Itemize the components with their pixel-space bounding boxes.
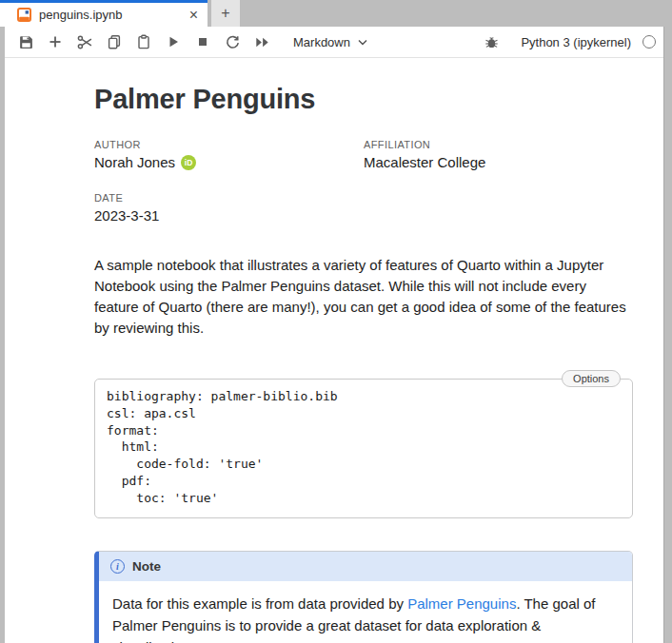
orcid-icon[interactable]: iD (181, 155, 196, 170)
tab-penguins-notebook[interactable]: penguins.ipynb × (0, 0, 208, 27)
affiliation-value: Macalester College (364, 154, 485, 170)
notebook-file-icon (17, 8, 31, 22)
palmer-penguins-link[interactable]: Palmer Penguins (407, 595, 516, 612)
date-label: DATE (94, 192, 364, 204)
yaml-code: bibliography: palmer-biblio.bib csl: apa… (107, 388, 621, 507)
notebook-panel: Markdown Python 3 (ipykernel) Palmer Pen… (5, 27, 664, 643)
info-icon: i (110, 559, 125, 574)
paste-cells-button[interactable] (132, 30, 155, 53)
run-cell-button[interactable] (162, 30, 185, 53)
affiliation-label: AFFILIATION (364, 139, 485, 150)
add-cell-button[interactable] (44, 30, 67, 53)
chevron-down-icon (358, 39, 367, 46)
notebook-toolbar: Markdown Python 3 (ipykernel) (5, 27, 663, 58)
notebook-document[interactable]: Palmer Penguins AUTHOR Norah Jones iD AF… (5, 58, 663, 643)
restart-run-all-icon[interactable] (250, 30, 273, 53)
kernel-name[interactable]: Python 3 (ipykernel) (521, 35, 631, 49)
bug-icon[interactable] (480, 30, 503, 53)
cell-type-dropdown[interactable]: Markdown (293, 35, 367, 49)
restart-kernel-button[interactable] (221, 30, 244, 53)
date-value: 2023-3-31 (94, 207, 364, 224)
options-button[interactable]: Options (562, 370, 621, 387)
article-metadata: AUTHOR Norah Jones iD AFFILIATION Macale… (94, 139, 633, 224)
intro-paragraph: A sample notebook that illustrates a var… (94, 255, 633, 339)
stop-kernel-button[interactable] (191, 30, 214, 53)
note-callout-header[interactable]: i Note (99, 552, 632, 581)
author-label: AUTHOR (94, 139, 364, 150)
author-value: Norah Jones (94, 154, 175, 170)
note-text-pre: Data for this example is from data provi… (112, 595, 407, 612)
tab-title: penguins.ipynb (39, 8, 184, 22)
cut-cells-button[interactable] (73, 30, 96, 53)
new-tab-button[interactable]: + (211, 0, 240, 27)
kernel-status-icon[interactable] (642, 35, 656, 49)
note-callout-body: Data for this example is from data provi… (99, 581, 632, 643)
note-callout: i Note Data for this example is from dat… (94, 551, 633, 643)
cell-type-value: Markdown (293, 35, 350, 49)
copy-cells-button[interactable] (103, 30, 126, 53)
page-title: Palmer Penguins (94, 84, 633, 115)
tab-bar: penguins.ipynb × + (0, 0, 672, 27)
save-button[interactable] (14, 30, 37, 53)
note-title: Note (132, 559, 161, 574)
tab-close-icon[interactable]: × (189, 8, 198, 23)
yaml-options-cell[interactable]: Options bibliography: palmer-biblio.bib … (94, 379, 633, 518)
